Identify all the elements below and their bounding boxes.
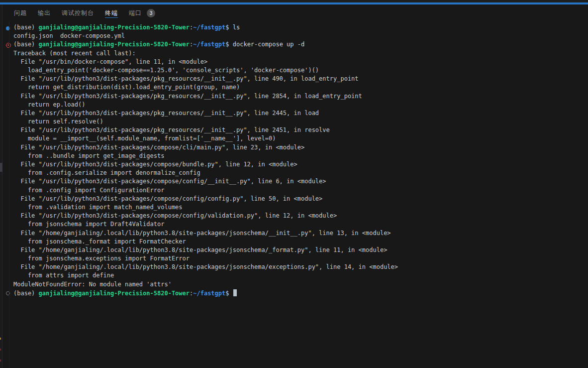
terminal-output-line: ModuleNotFoundError: No module named 'at… <box>0 281 588 289</box>
terminal-output-line: File "/usr/lib/python3/dist-packages/com… <box>0 161 588 169</box>
terminal-output-line: return get_distribution(dist).load_entry… <box>0 84 588 92</box>
terminal-output-line: from jsonschema import Draft4Validator <box>0 221 588 229</box>
ports-badge: 3 <box>147 9 155 17</box>
terminal-output-line: File "/usr/lib/python3/dist-packages/pkg… <box>0 93 588 101</box>
prompt-user-host: ganjialing@ganjialing-Precision-5820-Tow… <box>39 41 190 48</box>
prompt-dollar: $ <box>225 24 232 31</box>
terminal-output-line: File "/usr/lib/python3/dist-packages/com… <box>0 195 588 204</box>
terminal-output-line: File "/usr/bin/docker-compose", line 11,… <box>0 58 588 67</box>
prompt-dollar: $ <box>225 41 232 48</box>
prompt-path: ~/fastgpt <box>193 290 225 297</box>
tab-problems[interactable]: 问题 <box>14 4 27 22</box>
terminal-output-line: File "/usr/lib/python3/dist-packages/pkg… <box>0 75 588 84</box>
terminal-output[interactable]: (base) ganjialing@ganjialing-Precision-5… <box>0 22 588 368</box>
prompt-user-host: ganjialing@ganjialing-Precision-5820-Tow… <box>39 24 190 31</box>
terminal-output-line: from jsonschema._format import FormatChe… <box>0 238 588 246</box>
panel-tab-bar: 问题输出调试控制台终端端口3 <box>0 4 588 22</box>
terminal-text: File "/usr/lib/python3/dist-packages/com… <box>13 195 322 202</box>
terminal-output-line: File "/home/ganjialing/.local/lib/python… <box>0 230 588 238</box>
terminal-text: Traceback (most recent call last): <box>13 50 136 57</box>
terminal-output-line: return self.resolve() <box>0 118 588 126</box>
terminal-output-line: Traceback (most recent call last): <box>0 50 588 58</box>
terminal-output-line: from jsonschema.exceptions import Format… <box>0 255 588 263</box>
tab-label: 输出 <box>38 9 51 17</box>
prompt-dollar: $ <box>225 290 232 297</box>
terminal-text: File "/home/ganjialing/.local/lib/python… <box>13 263 398 270</box>
tab-output[interactable]: 输出 <box>38 4 51 22</box>
terminal-output-line: load_entry_point('docker-compose==1.25.0… <box>0 67 588 75</box>
prompt-path: ~/fastgpt <box>193 24 225 31</box>
terminal-output-line: File "/usr/lib/python3/dist-packages/com… <box>0 144 588 152</box>
terminal-text: from attrs import define <box>13 272 114 279</box>
terminal-text: File "/usr/lib/python3/dist-packages/com… <box>13 161 297 168</box>
prompt-env: (base) <box>13 41 39 48</box>
terminal-output-line: from .config import ConfigurationError <box>0 187 588 195</box>
terminal-text: from jsonschema.exceptions import Format… <box>13 255 190 262</box>
terminal-text: return ep.load() <box>13 101 86 108</box>
terminal-output-line: from ..bundle import get_image_digests <box>0 152 588 161</box>
tab-ports[interactable]: 端口3 <box>129 4 155 22</box>
terminal-output-line: File "/home/ganjialing/.local/lib/python… <box>0 263 588 272</box>
terminal-output-line: File "/usr/lib/python3/dist-packages/pkg… <box>0 110 588 118</box>
terminal-text: from jsonschema._format import FormatChe… <box>13 238 186 245</box>
left-scrollbar-thumb[interactable] <box>0 163 2 172</box>
prompt-command: docker-compose up -d <box>233 41 305 48</box>
tab-label: 端口 <box>129 9 142 17</box>
terminal-text: from .config.serialize import denormaliz… <box>13 169 200 176</box>
terminal-prompt-line: (base) ganjialing@ganjialing-Precision-5… <box>0 24 588 32</box>
prompt-command: ls <box>233 24 240 31</box>
terminal-text: return self.resolve() <box>13 118 103 125</box>
overview-error-mark <box>0 349 1 351</box>
terminal-text: File "/usr/lib/python3/dist-packages/pkg… <box>13 75 359 82</box>
terminal-output-line: File "/home/ganjialing/.local/lib/python… <box>0 246 588 255</box>
command-error-icon[interactable]: ✕ <box>6 43 11 48</box>
terminal-text: File "/home/ganjialing/.local/lib/python… <box>13 246 387 253</box>
terminal-prompt-line: (base) ganjialing@ganjialing-Precision-5… <box>0 289 588 298</box>
terminal-output-line: from .config.serialize import denormaliz… <box>0 169 588 178</box>
terminal-text: config.json docker-compose.yml <box>13 32 125 39</box>
prompt-user-host: ganjialing@ganjialing-Precision-5820-Tow… <box>39 290 190 297</box>
terminal-text: File "/usr/lib/python3/dist-packages/pkg… <box>13 110 319 117</box>
terminal-output-line: File "/usr/lib/python3/dist-packages/com… <box>0 178 588 186</box>
prompt-env: (base) <box>13 290 39 297</box>
terminal-text: from jsonschema import Draft4Validator <box>13 221 164 228</box>
terminal-text: File "/usr/lib/python3/dist-packages/com… <box>13 144 304 151</box>
terminal-text: File "/usr/lib/python3/dist-packages/com… <box>13 178 326 185</box>
terminal-text: File "/usr/bin/docker-compose", line 11,… <box>13 58 207 65</box>
terminal-text: from .validation import match_named_volu… <box>13 204 183 211</box>
prompt-env: (base) <box>13 24 39 31</box>
terminal-output-line: from attrs import define <box>0 272 588 280</box>
terminal-output-line: return ep.load() <box>0 101 588 110</box>
overview-warning-mark <box>0 338 1 340</box>
terminal-output-line: from .validation import match_named_volu… <box>0 204 588 212</box>
terminal-output-line: File "/usr/lib/python3/dist-packages/com… <box>0 212 588 221</box>
terminal-text: module = __import__(self.module_name, fr… <box>13 135 276 142</box>
terminal-text: from .config import ConfigurationError <box>13 187 164 194</box>
left-edge-strip <box>0 4 2 368</box>
terminal-text: ModuleNotFoundError: No module named 'at… <box>13 281 172 288</box>
prompt-path: ~/fastgpt <box>193 41 225 48</box>
terminal-output-line: module = __import__(self.module_name, fr… <box>0 135 588 143</box>
terminal-text: File "/usr/lib/python3/dist-packages/pkg… <box>13 126 330 133</box>
terminal-text: from ..bundle import get_image_digests <box>13 152 164 159</box>
terminal-text: return get_distribution(dist).load_entry… <box>13 84 240 91</box>
terminal-text: File "/usr/lib/python3/dist-packages/com… <box>13 212 337 219</box>
tab-label: 调试控制台 <box>62 9 94 17</box>
terminal-gutter-divider <box>9 22 9 368</box>
tab-label: 问题 <box>14 9 27 17</box>
terminal-text: File "/home/ganjialing/.local/lib/python… <box>13 230 391 237</box>
tab-label: 终端 <box>105 9 118 17</box>
tab-terminal[interactable]: 终端 <box>105 4 118 22</box>
terminal-text: File "/usr/lib/python3/dist-packages/pkg… <box>13 93 362 100</box>
terminal-cursor <box>233 289 237 296</box>
terminal-output-line: config.json docker-compose.yml <box>0 32 588 41</box>
terminal-text: load_entry_point('docker-compose==1.25.0… <box>13 67 319 74</box>
overview-error-mark <box>0 360 1 362</box>
tab-debug-console[interactable]: 调试控制台 <box>62 4 94 22</box>
terminal-output-line: File "/usr/lib/python3/dist-packages/pkg… <box>0 126 588 135</box>
terminal-prompt-line: ✕(base) ganjialing@ganjialing-Precision-… <box>0 41 588 49</box>
